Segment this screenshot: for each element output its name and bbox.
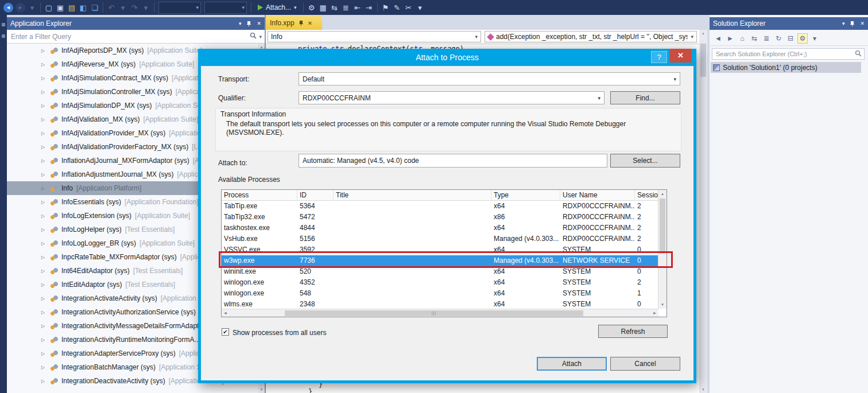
- close-button[interactable]: ✕: [670, 49, 691, 63]
- member-dropdown[interactable]: add(Exception _exception, str _txt, str …: [485, 31, 697, 42]
- qualifier-combobox[interactable]: RDXP00CCCFRAINM ▾: [299, 91, 604, 104]
- search-icon[interactable]: [250, 32, 257, 41]
- expand-arrow-icon[interactable]: ▷: [41, 269, 50, 274]
- process-row[interactable]: TabTip.exe5364x64RDXP00CCCFRAINM...2: [222, 201, 658, 212]
- process-row[interactable]: winlogon.exe4352x64SYSTEM2: [222, 277, 658, 288]
- solution-root-item[interactable]: Solution 'Solution1' (0 projects): [711, 62, 861, 73]
- navigate-forward-icon[interactable]: ►: [16, 3, 25, 13]
- scroll-left-icon[interactable]: ◄: [223, 311, 227, 315]
- redo-icon[interactable]: ↷: [129, 2, 140, 13]
- scrollbar-thumb[interactable]: [700, 44, 706, 77]
- indent-decrease-icon[interactable]: ⇤: [352, 2, 363, 13]
- find-button[interactable]: Find...: [610, 91, 680, 104]
- switch-views-icon[interactable]: ⇆: [749, 33, 760, 44]
- tab-info-xpp[interactable]: Info.xpp ✕: [266, 16, 322, 30]
- filter-query-input[interactable]: [10, 32, 247, 41]
- expand-arrow-icon[interactable]: ▷: [41, 200, 50, 205]
- expand-arrow-icon[interactable]: ▷: [41, 62, 50, 67]
- sync-active-document-icon[interactable]: ↻: [773, 33, 784, 44]
- expand-arrow-icon[interactable]: ▷: [41, 310, 50, 315]
- help-button[interactable]: ?: [651, 51, 667, 63]
- expand-arrow-icon[interactable]: ▷: [41, 255, 50, 260]
- comment-icon[interactable]: ✎: [392, 2, 403, 13]
- attach-debugger-button[interactable]: Attach... ▾: [254, 3, 301, 11]
- close-icon[interactable]: ✕: [257, 21, 261, 26]
- expand-arrow-icon[interactable]: ▷: [41, 282, 50, 287]
- expand-arrow-icon[interactable]: ▷: [41, 186, 50, 191]
- expand-arrow-icon[interactable]: ▷: [41, 76, 50, 81]
- navigate-backward-icon[interactable]: ◄: [3, 3, 13, 13]
- expand-arrow-icon[interactable]: ▷: [41, 145, 50, 150]
- expand-arrow-icon[interactable]: ▷: [41, 379, 50, 384]
- home-icon[interactable]: ⌂: [737, 33, 747, 44]
- indent-increase-icon[interactable]: ⇥: [363, 2, 375, 13]
- scroll-down-icon[interactable]: ▾: [658, 302, 666, 307]
- expand-arrow-icon[interactable]: ▷: [41, 103, 50, 108]
- collapsed-tab-icon[interactable]: [2, 23, 5, 26]
- process-row[interactable]: w3wp.exe7736Managed (v4.0.303...NETWORK …: [222, 255, 658, 266]
- process-row[interactable]: VsHub.exe5156Managed (v4.0.303...RDXP00C…: [222, 234, 658, 244]
- collapsed-tab-icon[interactable]: [2, 34, 5, 38]
- process-row[interactable]: wininit.exe520x64SYSTEM0: [222, 266, 658, 277]
- add-item-icon[interactable]: ▣: [55, 2, 66, 13]
- process-row[interactable]: TabTip32.exe5472x86RDXP00CCCFRAINM...2: [222, 212, 658, 223]
- expand-arrow-icon[interactable]: ▷: [41, 227, 50, 232]
- pin-icon[interactable]: [246, 21, 251, 27]
- expand-arrow-icon[interactable]: ▷: [41, 296, 50, 301]
- column-header-type[interactable]: Type: [491, 190, 560, 201]
- expand-arrow-icon[interactable]: ▷: [41, 213, 50, 219]
- expand-arrow-icon[interactable]: ▷: [41, 172, 50, 177]
- toolbar-overflow-icon[interactable]: ▾: [414, 2, 426, 13]
- type-dropdown[interactable]: Info ▾: [268, 31, 481, 42]
- expand-arrow-icon[interactable]: ▷: [41, 337, 50, 343]
- column-header-process[interactable]: Process: [222, 190, 297, 201]
- undo-icon[interactable]: ↶: [106, 2, 117, 13]
- refresh-button[interactable]: Refresh: [598, 325, 668, 338]
- search-icon[interactable]: [855, 50, 862, 59]
- expand-arrow-icon[interactable]: ▷: [41, 365, 50, 370]
- expand-arrow-icon[interactable]: ▷: [41, 131, 50, 136]
- process-table-vscrollbar[interactable]: ▴ ▾: [658, 190, 666, 309]
- process-row[interactable]: taskhostex.exe4844x64RDXP00CCCFRAINM...2: [222, 223, 658, 234]
- new-file-icon[interactable]: ▢: [43, 2, 55, 13]
- window-position-icon[interactable]: ▾: [842, 21, 845, 26]
- scroll-right-icon[interactable]: ►: [653, 311, 657, 315]
- attach-button[interactable]: Attach: [537, 357, 607, 371]
- expand-arrow-icon[interactable]: ▷: [41, 90, 50, 95]
- uncomment-icon[interactable]: ✂: [403, 2, 414, 13]
- collapse-all-icon[interactable]: ⊟: [785, 33, 796, 44]
- close-icon[interactable]: ✕: [308, 20, 312, 26]
- compare-icon[interactable]: ⇆: [329, 2, 340, 13]
- process-row[interactable]: winlogon.exe548x64SYSTEM1: [222, 288, 658, 299]
- navigate-forward-icon[interactable]: ►: [725, 33, 735, 44]
- expand-arrow-icon[interactable]: ▷: [41, 158, 50, 164]
- pin-icon[interactable]: [299, 20, 304, 26]
- undo-dropdown-icon[interactable]: ▾: [117, 2, 129, 13]
- scroll-up-icon[interactable]: ▴: [658, 192, 666, 196]
- open-file-icon[interactable]: ▤: [66, 2, 78, 13]
- outline-icon[interactable]: ≣: [340, 2, 352, 13]
- table-view-icon[interactable]: ▦: [317, 2, 329, 13]
- collapsed-toolwindow-strip[interactable]: [0, 15, 7, 393]
- chevron-down-icon[interactable]: ▾: [259, 34, 262, 40]
- preview-selected-icon[interactable]: ▾: [809, 33, 820, 44]
- chevron-down-icon[interactable]: ▾: [294, 5, 297, 10]
- save-icon[interactable]: ◧: [78, 2, 89, 13]
- expand-arrow-icon[interactable]: ▷: [41, 48, 50, 53]
- column-header-id[interactable]: ID: [297, 190, 334, 201]
- transport-combobox[interactable]: Default ▾: [299, 72, 680, 85]
- expand-arrow-icon[interactable]: ▷: [41, 351, 50, 356]
- redo-dropdown-icon[interactable]: ▾: [140, 2, 152, 13]
- window-position-icon[interactable]: ▾: [239, 21, 242, 26]
- scrollbar-thumb[interactable]: [660, 199, 665, 254]
- close-icon[interactable]: ✕: [860, 21, 865, 26]
- select-button[interactable]: Select...: [610, 154, 680, 168]
- navigation-dropdown-icon[interactable]: ▾: [26, 2, 38, 13]
- expand-arrow-icon[interactable]: ▷: [41, 324, 50, 329]
- properties-icon[interactable]: ⚙: [797, 33, 808, 44]
- cancel-button[interactable]: Cancel: [610, 357, 680, 371]
- process-row[interactable]: VSSVC.exe3592x64SYSTEM0: [222, 244, 658, 255]
- scroll-up-icon[interactable]: ▴: [699, 31, 707, 36]
- toolbar-combo-1[interactable]: ▾: [158, 2, 201, 14]
- show-all-users-checkbox[interactable]: ✔: [222, 328, 229, 336]
